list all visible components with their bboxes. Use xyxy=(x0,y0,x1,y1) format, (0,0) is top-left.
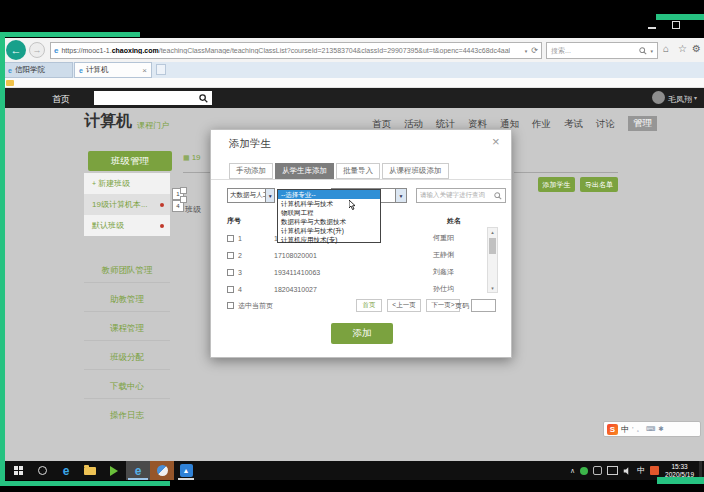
browser-tab-college[interactable]: e 信阳学院 xyxy=(3,62,73,78)
scroll-down-icon[interactable]: ▾ xyxy=(488,284,497,292)
tray-green-app-icon[interactable] xyxy=(580,467,588,475)
select-arrow-icon[interactable]: ▼ xyxy=(265,189,274,202)
hidden-control-fragment xyxy=(180,196,187,203)
minimize-icon[interactable] xyxy=(648,27,656,29)
select-current-page-checkbox[interactable] xyxy=(227,302,234,309)
row-checkbox[interactable] xyxy=(227,286,234,293)
sidebar-item-ta-manage[interactable]: 助教管理 xyxy=(84,283,170,312)
page-number-input[interactable] xyxy=(471,299,496,312)
search-icon[interactable] xyxy=(494,192,502,200)
row-checkbox[interactable] xyxy=(227,235,234,242)
recorder-border-left xyxy=(0,36,5,483)
course-nav-exam[interactable]: 考试 xyxy=(564,118,583,131)
back-button[interactable]: ← xyxy=(6,40,26,60)
tab-batch-import[interactable]: 批量导入 xyxy=(336,163,380,179)
sogou-period-icon[interactable]: 。 xyxy=(636,425,643,434)
open-underline xyxy=(178,478,194,480)
college-select[interactable]: 大数据与人工智 ▼ xyxy=(227,188,275,203)
forward-button[interactable]: → xyxy=(29,42,45,58)
settings-gear-icon[interactable]: ⚙ xyxy=(692,43,701,54)
row-checkbox[interactable] xyxy=(227,269,234,276)
sogou-punct-icon[interactable]: ’ xyxy=(632,426,633,433)
cortana-button[interactable] xyxy=(30,461,54,480)
volume-icon[interactable] xyxy=(623,467,632,475)
list-scrollbar[interactable]: ▴ ▾ xyxy=(487,227,498,293)
sogou-tools-icon[interactable]: ✱ xyxy=(658,425,663,433)
site-home-link[interactable]: 首页 xyxy=(52,93,70,106)
add-student-button[interactable]: 添加学生 xyxy=(538,177,575,192)
start-button[interactable] xyxy=(6,461,30,480)
major-option[interactable]: 物联网工程 xyxy=(278,208,380,217)
export-list-button[interactable]: 导出名单 xyxy=(580,177,618,192)
taskbar-media-player[interactable] xyxy=(102,461,126,480)
add-student-modal: 添加学生 × 手动添加从学生库添加批量导入从课程班级添加 大数据与人工智 ▼ -… xyxy=(210,129,512,358)
taskbar-app-brown[interactable] xyxy=(150,461,174,480)
major-option[interactable]: 数据科学与大数据技术 xyxy=(278,217,380,226)
major-option[interactable]: 计算机科学与技术(升) xyxy=(278,226,380,235)
system-tray: ∧ 中 15:33 2020/5/19 xyxy=(565,461,702,480)
pagination-prev-button[interactable]: <上一页 xyxy=(387,299,421,312)
taskbar-ie-active[interactable]: e xyxy=(126,461,150,480)
tab-close-icon[interactable]: × xyxy=(142,66,147,75)
home-icon[interactable]: ⌂ xyxy=(663,43,669,54)
tab-from-student-library[interactable]: 从学生库添加 xyxy=(275,163,334,179)
pagination-first-button[interactable]: 首页 xyxy=(356,299,382,312)
taskbar-edge[interactable]: e xyxy=(54,461,78,480)
sidebar-section-class-manage[interactable]: 班级管理 xyxy=(88,151,172,171)
favorites-star-icon[interactable]: ☆ xyxy=(678,43,687,54)
network-icon[interactable] xyxy=(607,466,618,475)
course-nav-manage[interactable]: 管理 xyxy=(628,116,657,131)
avatar[interactable] xyxy=(652,91,665,104)
search-icon[interactable] xyxy=(639,47,647,55)
modal-add-button[interactable]: 添加 xyxy=(331,323,393,344)
taskbar-file-explorer[interactable] xyxy=(78,461,102,480)
sogou-toolbar[interactable]: S 中 ’ 。 ⌨ ✱ xyxy=(603,421,701,437)
site-search-icon[interactable] xyxy=(199,94,208,103)
scrollbar-thumb[interactable] xyxy=(489,238,496,254)
tab-from-course-class[interactable]: 从课程班级添加 xyxy=(382,163,449,179)
site-search-box[interactable] xyxy=(94,91,212,105)
course-nav-homework[interactable]: 作业 xyxy=(532,118,551,131)
major-option[interactable]: 计算机应用技术(专) xyxy=(278,235,380,244)
sogou-keyboard-icon[interactable]: ⌨ xyxy=(646,425,655,433)
tab-manual-add[interactable]: 手动添加 xyxy=(229,163,273,179)
sidebar-item-teacher-team[interactable]: 教师团队管理 xyxy=(84,254,170,283)
tray-orange-app-icon[interactable] xyxy=(650,466,659,475)
select-arrow-icon[interactable]: ▼ xyxy=(395,189,406,202)
user-menu-caret-icon[interactable]: ▾ xyxy=(694,94,697,101)
maximize-icon[interactable] xyxy=(672,21,680,29)
sidebar-item-operation-log[interactable]: 操作日志 xyxy=(84,399,170,427)
tray-app-icon[interactable] xyxy=(593,466,602,475)
tab-favicon-icon: e xyxy=(8,67,12,74)
scroll-up-icon[interactable]: ▴ xyxy=(488,228,497,236)
sidebar-item-new-class[interactable]: + 新建班级 xyxy=(84,173,170,194)
favorites-folder-icon[interactable] xyxy=(6,80,14,86)
browser-search-box[interactable]: 搜索... ▾ xyxy=(546,42,658,59)
course-nav-discussion[interactable]: 讨论 xyxy=(596,118,615,131)
sogou-logo-icon[interactable]: S xyxy=(607,424,618,435)
sidebar-item-download-center[interactable]: 下载中心 xyxy=(84,370,170,399)
browser-tab-course[interactable]: e 计算机 × xyxy=(74,62,152,78)
refresh-icon[interactable]: ⟳ xyxy=(531,46,538,55)
clock[interactable]: 15:33 2020/5/19 xyxy=(665,463,694,479)
taskbar-app-blue[interactable]: ▲ xyxy=(174,461,198,480)
major-option[interactable]: 计算机科学与技术 xyxy=(278,199,380,208)
sidebar-item-class-19[interactable]: 19级计算机本... xyxy=(84,194,170,215)
sidebar-item-class-assign[interactable]: 班级分配 xyxy=(84,341,170,370)
new-tab-button[interactable] xyxy=(156,64,166,75)
page-icon: e xyxy=(54,47,58,55)
address-bar[interactable]: e https://mooc1-1.chaoxing.com/teachingC… xyxy=(50,42,542,59)
modal-close-icon[interactable]: × xyxy=(492,134,500,149)
sidebar-item-class-default[interactable]: 默认班级 xyxy=(84,215,170,236)
class-heading-fragment: ▦ 19 xyxy=(183,153,201,162)
sidebar-item-course-manage[interactable]: 课程管理 xyxy=(84,312,170,341)
tray-expand-icon[interactable]: ∧ xyxy=(570,467,575,475)
row-checkbox[interactable] xyxy=(227,252,234,259)
sogou-ime-mode[interactable]: 中 xyxy=(621,424,629,435)
keyword-search-input[interactable]: 请输入关键字进行查询 xyxy=(416,188,506,203)
autocomplete-arrow-icon[interactable]: ▾ xyxy=(525,48,528,54)
major-option-selected[interactable]: --选择专业-- xyxy=(278,190,380,199)
username[interactable]: 毛凤翔 xyxy=(668,94,692,105)
search-dropdown-icon[interactable]: ▾ xyxy=(650,48,653,54)
ime-indicator[interactable]: 中 xyxy=(637,465,645,476)
